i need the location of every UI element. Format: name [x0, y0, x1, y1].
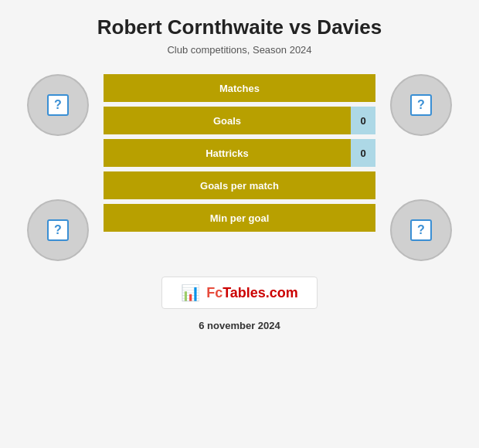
stat-label-matches: Matches	[104, 74, 375, 102]
page-title: Robert Cornthwaite vs Davies	[97, 15, 382, 39]
player1-question-icon: ?	[47, 94, 69, 116]
player2-col: ? ?	[379, 74, 464, 261]
hattricks-label: Hattricks	[104, 139, 351, 167]
player1-avatar-2: ?	[27, 199, 89, 261]
date-label: 6 november 2024	[199, 320, 280, 331]
stat-row-goals-per-match: Goals per match	[104, 171, 375, 199]
stats-col: Matches Goals 0 Hattricks 0 Goals per ma…	[100, 74, 379, 232]
stat-row-hattricks: Hattricks 0	[104, 139, 375, 167]
goals-per-match-label: Goals per match	[104, 171, 375, 199]
player2-question-icon: ?	[410, 94, 432, 116]
logo-area: 📊 FcTables.com	[161, 277, 318, 309]
hattricks-bar: Hattricks 0	[104, 139, 375, 167]
player2-question-icon-2: ?	[410, 219, 432, 241]
goals-value: 0	[351, 107, 375, 134]
player2-avatar-2: ?	[390, 199, 452, 261]
player2-avatar: ?	[390, 74, 452, 136]
player1-col: ? ?	[15, 74, 100, 261]
min-per-goal-label: Min per goal	[104, 204, 375, 232]
goals-label: Goals	[104, 107, 351, 134]
page-subtitle: Club competitions, Season 2024	[167, 44, 311, 56]
hattricks-value: 0	[351, 139, 375, 167]
logo-tables: Tables.com	[223, 285, 298, 300]
logo-chart-icon: 📊	[181, 283, 200, 302]
player1-question-icon-2: ?	[47, 219, 69, 241]
logo-fc: Fc	[206, 285, 223, 300]
stat-row-matches: Matches	[104, 74, 375, 102]
stat-row-goals: Goals 0	[104, 107, 375, 134]
stat-row-min-per-goal: Min per goal	[104, 204, 375, 232]
goals-bar: Goals 0	[104, 107, 375, 134]
logo-text: FcTables.com	[206, 285, 298, 301]
comparison-area: ? ? Matches Goals 0 Hattricks 0 Goals	[15, 74, 464, 261]
player1-avatar: ?	[27, 74, 89, 136]
